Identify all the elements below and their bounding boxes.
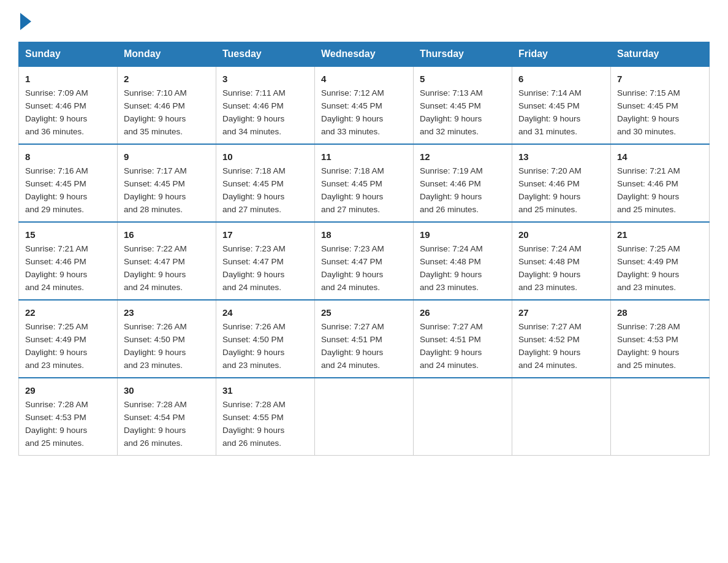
cell-info-line: and 24 minutes.	[124, 283, 183, 292]
cell-info-line: Sunset: 4:47 PM	[321, 257, 382, 266]
cell-info-line: Daylight: 9 hours	[124, 348, 186, 357]
cell-info-line: Daylight: 9 hours	[420, 348, 482, 357]
cell-info-line: Daylight: 9 hours	[617, 348, 679, 357]
cell-info-line: and 33 minutes.	[321, 127, 380, 136]
calendar-cell: 9Sunrise: 7:17 AMSunset: 4:45 PMDaylight…	[118, 144, 216, 222]
cell-info-line: Sunrise: 7:24 AM	[518, 244, 582, 253]
day-number: 5	[420, 72, 506, 86]
day-number: 7	[617, 72, 703, 86]
calendar-week-row: 22Sunrise: 7:25 AMSunset: 4:49 PMDayligh…	[19, 300, 710, 378]
cell-info-line: Sunset: 4:53 PM	[25, 413, 86, 422]
cell-info-line: and 35 minutes.	[124, 127, 183, 136]
cell-info-line: Sunset: 4:46 PM	[25, 257, 86, 266]
cell-info-line: and 24 minutes.	[420, 361, 479, 370]
day-header-monday: Monday	[118, 42, 216, 67]
calendar-cell	[611, 378, 710, 455]
cell-info-line: and 23 minutes.	[25, 361, 84, 370]
cell-info-line: and 28 minutes.	[124, 205, 183, 214]
page-header	[18, 12, 710, 31]
cell-info-line: Sunrise: 7:10 AM	[124, 88, 187, 98]
day-header-sunday: Sunday	[19, 42, 118, 67]
day-number: 9	[124, 150, 210, 164]
cell-info-line: Daylight: 9 hours	[124, 114, 186, 123]
cell-info-line: and 32 minutes.	[420, 127, 479, 136]
cell-info-line: Sunrise: 7:20 AM	[518, 166, 582, 175]
day-number: 11	[321, 150, 407, 164]
cell-info-line: Sunset: 4:51 PM	[420, 335, 481, 344]
cell-info-line: Daylight: 9 hours	[420, 114, 482, 123]
cell-info-line: and 26 minutes.	[222, 439, 281, 448]
calendar-cell: 4Sunrise: 7:12 AMSunset: 4:45 PMDaylight…	[315, 66, 414, 144]
calendar-cell: 24Sunrise: 7:26 AMSunset: 4:50 PMDayligh…	[216, 300, 315, 378]
cell-info-line: Sunset: 4:48 PM	[420, 257, 481, 266]
logo-arrow-icon	[20, 13, 31, 30]
calendar-cell	[512, 378, 611, 455]
logo-line1	[18, 12, 31, 31]
cell-info-line: Sunset: 4:46 PM	[420, 179, 481, 188]
cell-info-line: Sunset: 4:45 PM	[321, 179, 382, 188]
day-number: 21	[617, 228, 703, 242]
cell-info-line: Sunrise: 7:28 AM	[222, 400, 286, 409]
calendar-cell: 7Sunrise: 7:15 AMSunset: 4:45 PMDaylight…	[611, 66, 710, 144]
calendar-cell: 26Sunrise: 7:27 AMSunset: 4:51 PMDayligh…	[414, 300, 512, 378]
cell-info-line: Daylight: 9 hours	[617, 192, 679, 201]
day-number: 10	[222, 150, 308, 164]
cell-info-line: Daylight: 9 hours	[124, 426, 186, 435]
cell-info-line: Sunrise: 7:27 AM	[420, 322, 483, 331]
cell-info-line: Sunrise: 7:28 AM	[25, 400, 88, 409]
cell-info-line: Sunset: 4:46 PM	[25, 101, 86, 110]
cell-info-line: Sunset: 4:46 PM	[518, 179, 580, 188]
cell-info-line: Sunset: 4:46 PM	[617, 179, 678, 188]
cell-info-line: Sunrise: 7:15 AM	[617, 88, 680, 98]
cell-info-line: Sunrise: 7:25 AM	[25, 322, 88, 331]
cell-info-line: Sunset: 4:54 PM	[124, 413, 185, 422]
cell-info-line: Daylight: 9 hours	[222, 348, 284, 357]
calendar-week-row: 29Sunrise: 7:28 AMSunset: 4:53 PMDayligh…	[19, 378, 710, 455]
cell-info-line: Sunrise: 7:22 AM	[124, 244, 187, 253]
cell-info-line: Sunrise: 7:21 AM	[25, 244, 88, 253]
cell-info-line: Sunset: 4:46 PM	[222, 101, 284, 110]
calendar-cell: 21Sunrise: 7:25 AMSunset: 4:49 PMDayligh…	[611, 222, 710, 300]
day-number: 17	[222, 228, 308, 242]
cell-info-line: Sunset: 4:47 PM	[124, 257, 185, 266]
cell-info-line: Sunrise: 7:13 AM	[420, 88, 483, 98]
cell-info-line: and 25 minutes.	[25, 439, 84, 448]
calendar-cell: 19Sunrise: 7:24 AMSunset: 4:48 PMDayligh…	[414, 222, 512, 300]
day-number: 25	[321, 305, 407, 320]
cell-info-line: Sunrise: 7:24 AM	[420, 244, 483, 253]
cell-info-line: and 24 minutes.	[222, 283, 281, 292]
cell-info-line: Daylight: 9 hours	[518, 114, 580, 123]
day-number: 20	[518, 228, 604, 242]
cell-info-line: and 30 minutes.	[617, 127, 676, 136]
calendar-cell: 12Sunrise: 7:19 AMSunset: 4:46 PMDayligh…	[414, 144, 512, 222]
cell-info-line: Sunset: 4:45 PM	[420, 101, 481, 110]
calendar-cell: 31Sunrise: 7:28 AMSunset: 4:55 PMDayligh…	[216, 378, 315, 455]
cell-info-line: Sunset: 4:45 PM	[222, 179, 284, 188]
cell-info-line: Daylight: 9 hours	[617, 270, 679, 279]
calendar-cell: 1Sunrise: 7:09 AMSunset: 4:46 PMDaylight…	[19, 66, 118, 144]
cell-info-line: Daylight: 9 hours	[420, 270, 482, 279]
day-number: 16	[124, 228, 210, 242]
cell-info-line: and 25 minutes.	[518, 205, 577, 214]
cell-info-line: Sunrise: 7:27 AM	[518, 322, 582, 331]
calendar-cell: 14Sunrise: 7:21 AMSunset: 4:46 PMDayligh…	[611, 144, 710, 222]
day-number: 22	[25, 305, 111, 320]
cell-info-line: Sunrise: 7:18 AM	[321, 166, 384, 175]
calendar-cell: 22Sunrise: 7:25 AMSunset: 4:49 PMDayligh…	[19, 300, 118, 378]
cell-info-line: Sunset: 4:51 PM	[321, 335, 382, 344]
cell-info-line: Daylight: 9 hours	[420, 192, 482, 201]
calendar-cell: 2Sunrise: 7:10 AMSunset: 4:46 PMDaylight…	[118, 66, 216, 144]
calendar-cell: 28Sunrise: 7:28 AMSunset: 4:53 PMDayligh…	[611, 300, 710, 378]
cell-info-line: Sunset: 4:45 PM	[321, 101, 382, 110]
calendar-table: SundayMondayTuesdayWednesdayThursdayFrid…	[18, 42, 710, 456]
day-number: 31	[222, 383, 308, 397]
cell-info-line: Sunset: 4:50 PM	[124, 335, 185, 344]
cell-info-line: Sunset: 4:48 PM	[518, 257, 580, 266]
cell-info-line: and 24 minutes.	[25, 283, 84, 292]
calendar-cell: 29Sunrise: 7:28 AMSunset: 4:53 PMDayligh…	[19, 378, 118, 455]
cell-info-line: and 26 minutes.	[124, 439, 183, 448]
cell-info-line: Daylight: 9 hours	[25, 114, 87, 123]
cell-info-line: Daylight: 9 hours	[124, 192, 186, 201]
cell-info-line: Daylight: 9 hours	[518, 270, 580, 279]
cell-info-line: Sunset: 4:45 PM	[25, 179, 86, 188]
